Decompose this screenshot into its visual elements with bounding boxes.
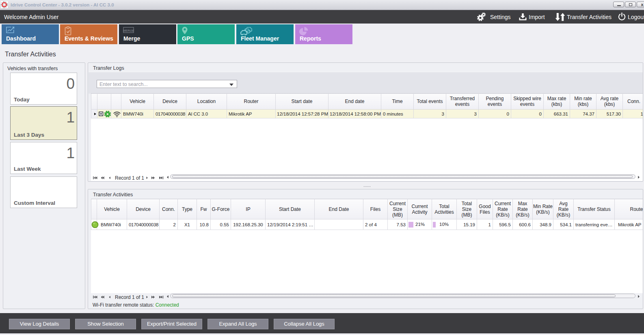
svg-text:MERGE: MERGE (123, 29, 134, 32)
svg-text:Record 1 of 1: Record 1 of 1 (115, 175, 144, 181)
svg-text:Record 1 of 1: Record 1 of 1 (115, 294, 144, 300)
